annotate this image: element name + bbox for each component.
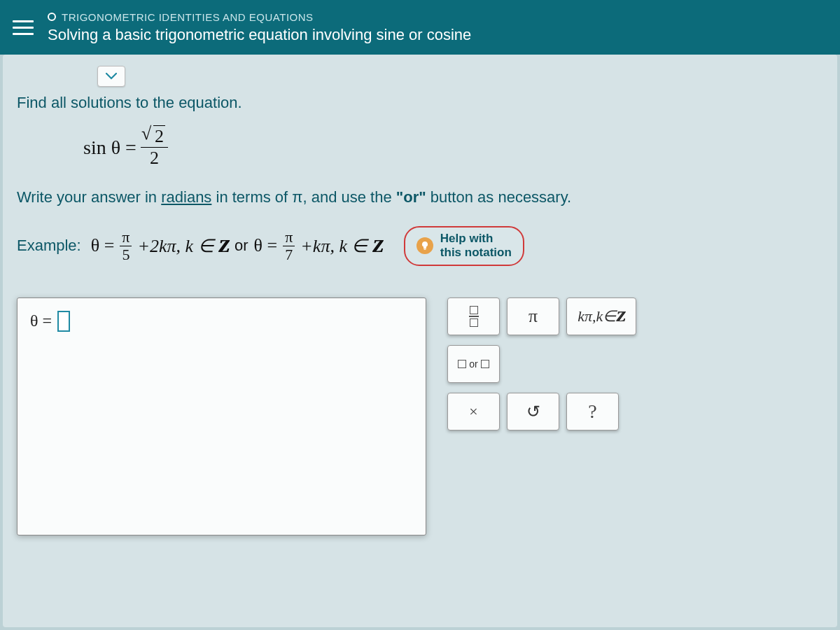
instr2-mid: in terms of π, and use the: [211, 188, 396, 206]
example-label: Example:: [17, 237, 81, 255]
key-kpi-kez[interactable]: kπ,k∈Z: [566, 298, 636, 335]
ex-post-1: +2kπ, k ∈ Z: [137, 235, 229, 257]
undo-icon: ↺: [526, 402, 540, 421]
equation-lhs: sin θ =: [83, 136, 136, 159]
key-clear[interactable]: ×: [447, 393, 500, 430]
breadcrumb-dot-icon: [48, 13, 56, 21]
kpi-label: kπ,k∈Z: [578, 307, 625, 326]
ex-post-2: +kπ, k ∈ Z: [300, 235, 383, 257]
breadcrumb: TRIGONOMETRIC IDENTITIES AND EQUATIONS: [48, 11, 471, 23]
answer-line: θ =: [30, 311, 413, 332]
answer-prefix: θ =: [30, 312, 52, 330]
sqrt-icon: 2: [144, 126, 165, 146]
fraction-icon: [469, 306, 479, 327]
content-area: Find all solutions to the equation. sin …: [3, 55, 837, 627]
key-or[interactable]: or: [447, 345, 500, 383]
ex-frac-2: π 7: [283, 230, 295, 262]
instr2-pre: Write your answer in: [17, 188, 161, 206]
question-icon: ?: [588, 400, 596, 423]
lightbulb-icon: [416, 237, 433, 254]
x-icon: ×: [469, 402, 477, 421]
help-notation-button[interactable]: Help withthis notation: [404, 226, 524, 266]
answer-input-box[interactable]: θ =: [17, 298, 426, 536]
instr2-post: button as necessary.: [426, 188, 572, 206]
or-box-right-icon: [481, 360, 489, 368]
keypad: π kπ,k∈Z or ×: [447, 298, 636, 430]
page-title: Solving a basic trigonometric equation i…: [48, 26, 471, 44]
key-pi[interactable]: π: [507, 298, 559, 335]
instr2-bold: "or": [396, 188, 426, 206]
menu-icon[interactable]: [13, 20, 34, 35]
instruction-2: Write your answer in radians in terms of…: [17, 188, 823, 206]
instruction-text: Find all solutions to the equation.: [17, 94, 823, 112]
key-help[interactable]: ?: [566, 393, 619, 430]
ex-theta-1: θ =: [91, 235, 115, 256]
equation-denominator: 2: [147, 148, 162, 167]
ex-or: or: [234, 237, 248, 255]
or-label: or: [469, 358, 477, 370]
key-undo[interactable]: ↺: [507, 393, 559, 430]
answer-cursor-box[interactable]: [57, 311, 70, 332]
ex-frac-1: π 5: [120, 230, 132, 262]
svg-rect-0: [424, 249, 426, 250]
or-box-left-icon: [458, 360, 466, 368]
radicand: 2: [153, 125, 165, 146]
help-text: Help withthis notation: [440, 232, 512, 260]
ex-theta-2: θ =: [254, 235, 278, 256]
work-area: θ = π kπ,k∈Z: [17, 298, 823, 536]
example-math: Example: θ = π 5 +2kπ, k ∈ Z or θ = π 7 …: [17, 230, 383, 262]
pi-symbol: π: [528, 306, 538, 327]
example-row: Example: θ = π 5 +2kπ, k ∈ Z or θ = π 7 …: [17, 226, 823, 266]
header: TRIGONOMETRIC IDENTITIES AND EQUATIONS S…: [0, 0, 840, 55]
breadcrumb-label: TRIGONOMETRIC IDENTITIES AND EQUATIONS: [62, 11, 314, 23]
key-fraction[interactable]: [447, 298, 500, 335]
collapse-button[interactable]: [97, 66, 125, 87]
radians-link[interactable]: radians: [161, 188, 211, 206]
equation-fraction: 2 2: [141, 127, 168, 167]
equation: sin θ = 2 2: [83, 127, 823, 167]
header-text: TRIGONOMETRIC IDENTITIES AND EQUATIONS S…: [48, 11, 471, 44]
chevron-down-icon: [106, 73, 117, 80]
